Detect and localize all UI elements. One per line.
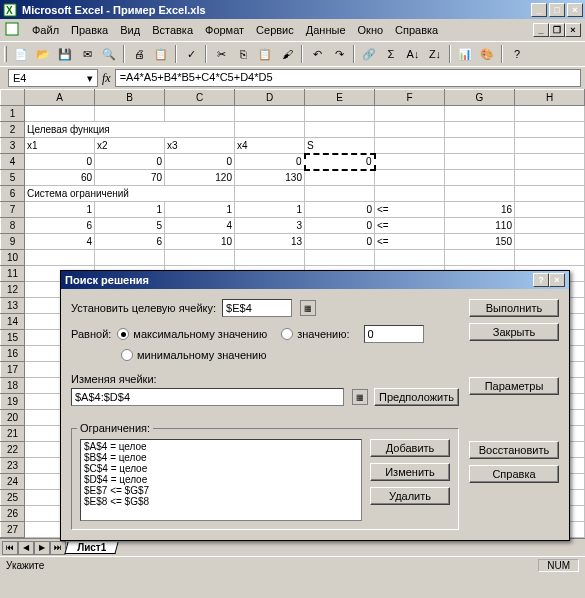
doc-restore-button[interactable]: ❐ — [549, 23, 565, 37]
menu-data[interactable]: Данные — [300, 22, 352, 38]
sum-icon[interactable]: Σ — [381, 44, 401, 64]
list-item[interactable]: $E$7 <= $G$7 — [82, 485, 360, 496]
row-header[interactable]: 25 — [1, 490, 25, 506]
row-header[interactable]: 1 — [1, 106, 25, 122]
add-button[interactable]: Добавить — [370, 439, 450, 457]
row-header[interactable]: 27 — [1, 522, 25, 538]
row-header[interactable]: 13 — [1, 298, 25, 314]
tab-first-icon[interactable]: ⏮ — [2, 541, 18, 555]
row-header[interactable]: 14 — [1, 314, 25, 330]
row-header[interactable]: 23 — [1, 458, 25, 474]
restore-button[interactable]: Восстановить — [469, 441, 559, 459]
ref-picker-icon[interactable]: ▦ — [300, 300, 316, 316]
col-header[interactable]: E — [305, 90, 375, 106]
row-header[interactable]: 19 — [1, 394, 25, 410]
row-header[interactable]: 10 — [1, 250, 25, 266]
list-item[interactable]: $D$4 = целое — [82, 474, 360, 485]
row-header[interactable]: 4 — [1, 154, 25, 170]
list-item[interactable]: $B$4 = целое — [82, 452, 360, 463]
row-header[interactable]: 2 — [1, 122, 25, 138]
radio-max[interactable]: максимальному значению — [117, 328, 267, 340]
row-header[interactable]: 21 — [1, 426, 25, 442]
col-header[interactable]: G — [445, 90, 515, 106]
redo-icon[interactable]: ↷ — [329, 44, 349, 64]
col-header[interactable]: D — [235, 90, 305, 106]
menu-edit[interactable]: Правка — [65, 22, 114, 38]
col-header[interactable]: F — [375, 90, 445, 106]
list-item[interactable]: $A$4 = целое — [82, 441, 360, 452]
copy-icon[interactable]: ⎘ — [233, 44, 253, 64]
formula-input[interactable]: =A4*A5+B4*B5+C4*C5+D4*D5 — [115, 69, 581, 87]
list-item[interactable]: $C$4 = целое — [82, 463, 360, 474]
menu-file[interactable]: Файл — [26, 22, 65, 38]
menu-format[interactable]: Формат — [199, 22, 250, 38]
row-header[interactable]: 6 — [1, 186, 25, 202]
fx-icon[interactable]: fx — [102, 71, 111, 86]
delete-button[interactable]: Удалить — [370, 487, 450, 505]
mail-icon[interactable]: ✉ — [77, 44, 97, 64]
row-header[interactable]: 12 — [1, 282, 25, 298]
target-cell-input[interactable]: $E$4 — [222, 299, 292, 317]
preview-icon[interactable]: 📋 — [151, 44, 171, 64]
row-header[interactable]: 11 — [1, 266, 25, 282]
doc-minimize-button[interactable]: _ — [533, 23, 549, 37]
format-painter-icon[interactable]: 🖌 — [277, 44, 297, 64]
link-icon[interactable]: 🔗 — [359, 44, 379, 64]
col-header[interactable]: C — [165, 90, 235, 106]
row-header[interactable]: 5 — [1, 170, 25, 186]
name-box[interactable]: E4▾ — [8, 69, 98, 87]
list-item[interactable]: $E$8 <= $G$8 — [82, 496, 360, 507]
dialog-titlebar[interactable]: Поиск решения ? × — [61, 271, 569, 289]
search-icon[interactable]: 🔍 — [99, 44, 119, 64]
menu-insert[interactable]: Вставка — [146, 22, 199, 38]
row-header[interactable]: 7 — [1, 202, 25, 218]
select-all[interactable] — [1, 90, 25, 106]
row-header[interactable]: 3 — [1, 138, 25, 154]
dialog-close-button[interactable]: × — [549, 273, 565, 287]
menu-view[interactable]: Вид — [114, 22, 146, 38]
edit-button[interactable]: Изменить — [370, 463, 450, 481]
maximize-button[interactable]: □ — [549, 3, 565, 17]
paste-icon[interactable]: 📋 — [255, 44, 275, 64]
value-input[interactable]: 0 — [364, 325, 424, 343]
spell-icon[interactable]: ✓ — [181, 44, 201, 64]
radio-min[interactable]: минимальному значению — [121, 349, 267, 361]
row-header[interactable]: 26 — [1, 506, 25, 522]
row-header[interactable]: 8 — [1, 218, 25, 234]
row-header[interactable]: 16 — [1, 346, 25, 362]
col-header[interactable]: H — [515, 90, 585, 106]
save-icon[interactable]: 💾 — [55, 44, 75, 64]
col-header[interactable]: A — [25, 90, 95, 106]
help-icon[interactable]: ? — [507, 44, 527, 64]
sheet-tab-active[interactable]: Лист1 — [64, 542, 118, 554]
row-header[interactable]: 9 — [1, 234, 25, 250]
tab-prev-icon[interactable]: ◀ — [18, 541, 34, 555]
drawing-icon[interactable]: 🎨 — [477, 44, 497, 64]
constraints-list[interactable]: $A$4 = целое $B$4 = целое $C$4 = целое $… — [80, 439, 362, 521]
cell[interactable]: Целевая функция — [25, 122, 235, 138]
row-header[interactable]: 20 — [1, 410, 25, 426]
print-icon[interactable]: 🖨 — [129, 44, 149, 64]
sort-desc-icon[interactable]: Z↓ — [425, 44, 445, 64]
row-header[interactable]: 15 — [1, 330, 25, 346]
dialog-help-button[interactable]: ? — [533, 273, 549, 287]
new-icon[interactable]: 📄 — [11, 44, 31, 64]
guess-button[interactable]: Предположить — [374, 388, 459, 406]
menu-tools[interactable]: Сервис — [250, 22, 300, 38]
doc-close-button[interactable]: × — [565, 23, 581, 37]
chart-icon[interactable]: 📊 — [455, 44, 475, 64]
cut-icon[interactable]: ✂ — [211, 44, 231, 64]
row-header[interactable]: 22 — [1, 442, 25, 458]
sort-asc-icon[interactable]: A↓ — [403, 44, 423, 64]
row-header[interactable]: 17 — [1, 362, 25, 378]
open-icon[interactable]: 📂 — [33, 44, 53, 64]
cell-selected[interactable]: 0 — [305, 154, 375, 170]
execute-button[interactable]: Выполнить — [469, 299, 559, 317]
row-header[interactable]: 24 — [1, 474, 25, 490]
col-header[interactable]: B — [95, 90, 165, 106]
radio-value[interactable]: значению: — [281, 328, 349, 340]
help-button[interactable]: Справка — [469, 465, 559, 483]
undo-icon[interactable]: ↶ — [307, 44, 327, 64]
changing-cells-input[interactable]: $A$4:$D$4 — [71, 388, 344, 406]
minimize-button[interactable]: _ — [531, 3, 547, 17]
